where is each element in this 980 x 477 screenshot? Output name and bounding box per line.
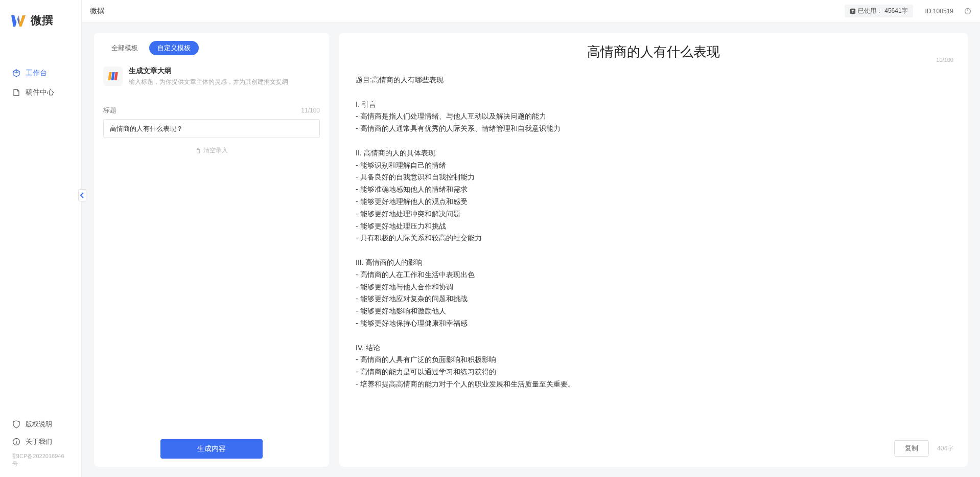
svg-rect-7 (108, 72, 111, 80)
nav-label: 关于我们 (26, 437, 52, 446)
info-icon (12, 438, 20, 446)
field-label-row: 标题 11/100 (103, 106, 320, 115)
text-icon: T (850, 8, 856, 14)
template-desc: 输入标题，为你提供文章主体的灵感，并为其创建推文提纲 (129, 78, 288, 86)
trash-icon (195, 148, 201, 154)
clear-input-button[interactable]: 清空录入 (103, 146, 320, 155)
heading-char-count: 10/100 (936, 57, 953, 63)
content: 全部模板 自定义模板 生成文章大纲 输入标题，为你提供文章主体的灵感，并为其创建… (82, 22, 980, 477)
tab-custom-templates[interactable]: 自定义模板 (149, 41, 199, 55)
output-panel: 高情商的人有什么表现 10/100 题目:高情商的人有哪些表现 I. 引言 - … (339, 33, 968, 467)
template-info: 生成文章大纲 输入标题，为你提供文章主体的灵感，并为其创建推文提纲 (129, 66, 288, 86)
nav-item-drafts[interactable]: 稿件中心 (0, 83, 81, 102)
nav-item-about[interactable]: 关于我们 (0, 433, 81, 450)
template-tabs: 全部模板 自定义模板 (103, 41, 320, 55)
user-id-label: ID:100519 (925, 8, 953, 15)
main-nav: 工作台 稿件中心 (0, 63, 81, 416)
title-field-label: 标题 (103, 106, 116, 115)
icp-text: 鄂ICP备2022016946号 (0, 450, 81, 473)
logo-text: 微撰 (31, 13, 53, 28)
svg-rect-8 (111, 72, 114, 80)
nav-label: 稿件中心 (26, 88, 54, 97)
topbar-title: 微撰 (90, 7, 104, 16)
usage-value: 45641字 (884, 7, 907, 15)
input-panel: 全部模板 自定义模板 生成文章大纲 输入标题，为你提供文章主体的灵感，并为其创建… (94, 33, 329, 467)
output-heading-row: 高情商的人有什么表现 10/100 (354, 43, 953, 61)
svg-point-2 (16, 440, 17, 441)
output-footer: 复制 404字 (354, 435, 953, 457)
logo-icon (10, 12, 27, 29)
clear-label: 清空录入 (203, 146, 228, 155)
output-word-count: 404字 (937, 444, 953, 453)
usage-prefix: 已使用： (858, 7, 882, 15)
sidebar-collapse-handle[interactable] (78, 189, 86, 201)
usage-badge[interactable]: T 已使用：45641字 (845, 5, 913, 17)
sidebar-bottom: 版权说明 关于我们 鄂ICP备2022016946号 (0, 416, 81, 477)
cube-icon (12, 69, 20, 77)
topbar: 微撰 T 已使用：45641字 ID:100519 (82, 0, 980, 22)
logo: 微撰 (0, 0, 81, 33)
sidebar: 微撰 工作台 稿件中心 版权说明 (0, 0, 82, 477)
power-icon[interactable] (964, 7, 972, 15)
tab-all-templates[interactable]: 全部模板 (103, 41, 146, 55)
title-input[interactable] (103, 119, 320, 138)
panel-left-footer: 生成内容 (103, 433, 320, 459)
output-body[interactable]: 题目:高情商的人有哪些表现 I. 引言 - 高情商是指人们处理情绪、与他人互动以… (354, 65, 953, 435)
document-icon (12, 88, 20, 97)
template-title: 生成文章大纲 (129, 66, 288, 76)
nav-label: 版权说明 (26, 420, 52, 429)
nav-item-copyright[interactable]: 版权说明 (0, 416, 81, 433)
shield-icon (12, 420, 20, 428)
generate-button[interactable]: 生成内容 (160, 439, 263, 459)
nav-item-workbench[interactable]: 工作台 (0, 63, 81, 83)
title-char-count: 11/100 (301, 107, 320, 114)
copy-button[interactable]: 复制 (894, 440, 929, 457)
svg-rect-9 (114, 72, 118, 80)
template-card: 生成文章大纲 输入标题，为你提供文章主体的灵感，并为其创建推文提纲 (103, 64, 320, 95)
svg-text:T: T (852, 9, 854, 13)
nav-label: 工作台 (26, 69, 47, 78)
main-area: 微撰 T 已使用：45641字 ID:100519 全部模板 自定义模板 (82, 0, 980, 477)
output-heading: 高情商的人有什么表现 (354, 43, 953, 61)
template-icon (103, 66, 123, 86)
